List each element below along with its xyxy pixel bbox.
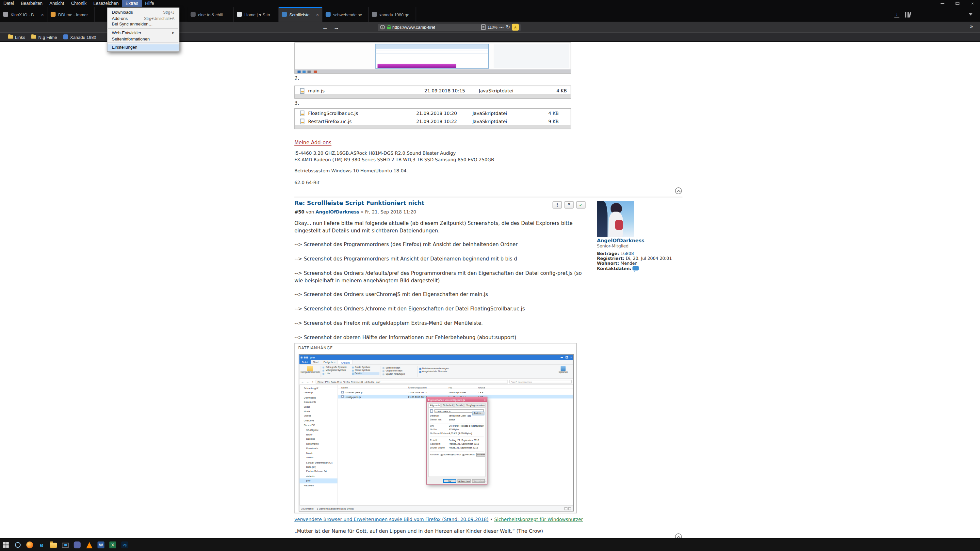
bookmark-star-icon[interactable]: ★ <box>512 24 519 31</box>
word-icon: W <box>97 541 104 548</box>
taskbar-word[interactable]: W <box>95 538 107 551</box>
taskbar-photoshop[interactable]: Ps <box>119 538 130 551</box>
file-icon <box>341 395 344 398</box>
taskbar-firefox[interactable] <box>24 538 36 551</box>
reader-mode-icon[interactable] <box>481 24 485 30</box>
list-all-tabs-icon[interactable] <box>969 13 972 16</box>
menuitem-sync[interactable]: Bei Sync anmelden… <box>108 21 179 27</box>
tree-item: Downloads <box>299 446 337 451</box>
tab-scrollleiste-active[interactable]: Scrollleiste ... × <box>278 7 323 22</box>
bookmark-links[interactable]: Links <box>5 32 28 42</box>
view-option: Gruppieren nach <box>382 370 415 373</box>
meine-addons-link[interactable]: Meine Add-ons <box>294 140 331 146</box>
back-button[interactable]: ← <box>321 23 329 31</box>
menu-extras[interactable]: Extras <box>122 0 142 7</box>
menuitem-downloads[interactable]: DownloadsStrg+J <box>108 9 179 15</box>
file-size: 4 KB <box>548 88 567 94</box>
explorer-window-buttons: × <box>561 356 572 359</box>
taskbar-edge[interactable]: e <box>36 538 48 551</box>
menuitem-web-entwickler[interactable]: Web-Entwickler▶ <box>108 30 179 36</box>
library-button[interactable] <box>905 11 910 17</box>
url-bar[interactable]: i https://www.camp-firef 110% ••• ↻ ★ <box>378 24 521 31</box>
post-number[interactable]: #50 <box>294 209 304 215</box>
taskbar-file-explorer[interactable] <box>48 538 59 551</box>
menuitem-addons[interactable]: Add-onsStrg+Umschalt+A <box>108 15 179 21</box>
taskbar-excel[interactable]: X <box>107 538 119 551</box>
tree-item: Lokaler Datenträger (C:) <box>299 460 337 465</box>
downloads-button[interactable]: ↓ <box>894 11 900 17</box>
reload-icon[interactable]: ↻ <box>506 24 510 30</box>
taskbar-media-player[interactable] <box>59 538 71 551</box>
accept-post-button[interactable]: ✓ <box>576 201 586 209</box>
menu-chronik[interactable]: Chronik <box>68 0 90 7</box>
cortana-icon <box>15 542 21 548</box>
security-concept-link[interactable]: Sicherheitskonzept für Windowsnutzer <box>494 516 583 522</box>
window-maximize-button[interactable] <box>950 0 965 7</box>
https-lock-icon[interactable] <box>387 27 390 29</box>
menu-hilfe[interactable]: Hilfe <box>142 0 158 7</box>
tab-schwebende[interactable]: schwebende sc... <box>323 7 369 22</box>
profile-username-link[interactable]: AngelOfDarkness <box>597 238 644 243</box>
menuitem-label: Downloads <box>112 10 133 14</box>
post-title-link[interactable]: Re: Scrollleiste Script Funktioniert nic… <box>294 199 424 206</box>
site-info-icon[interactable]: i <box>380 25 385 29</box>
toolbar-overflow-icon[interactable]: » <box>970 23 973 29</box>
tab-cineto[interactable]: cine.to & chill <box>188 7 234 22</box>
layout-option: Liste <box>323 372 350 375</box>
tab-kinox[interactable]: KinoX.IO - B... × <box>0 7 48 22</box>
bookmark-ng-filme[interactable]: N.g Filme <box>29 32 60 42</box>
ribbon-options: Optionen <box>555 366 571 373</box>
menu-bearbeiten[interactable]: Bearbeiten <box>18 0 46 7</box>
scroll-to-top-button[interactable] <box>675 187 682 194</box>
file-date: 21.09.2018 10:20 <box>416 111 457 116</box>
user-avatar[interactable] <box>597 201 634 237</box>
menu-datei[interactable]: Datei <box>0 0 18 7</box>
checkbox-icon <box>463 454 465 456</box>
bookmark-xanadu[interactable]: Xanadu 1980 <box>60 32 99 42</box>
quote-post-button[interactable]: ” <box>565 201 574 209</box>
tree-item: Desktop <box>299 437 337 441</box>
taskbar-vlc[interactable] <box>83 538 95 551</box>
dialog-row: Größe auf Datenträger:4,00 KB (4.096 Byt… <box>430 432 484 435</box>
folder-icon <box>8 35 13 38</box>
file-size: 4 KB <box>540 111 558 116</box>
ribbon-tab-start: Start <box>310 360 321 364</box>
posts-label: Beiträge: <box>597 251 619 256</box>
forward-icon: → <box>306 380 309 383</box>
cortana-button[interactable] <box>12 538 24 551</box>
window-close-button[interactable]: × <box>965 0 980 7</box>
attachment-image-explorer-screenshot[interactable]: pref × Datei Start Freigeben Ansicht Nav… <box>299 354 574 511</box>
js-file-icon <box>300 88 304 94</box>
post-footer-links: verwendete Browser und Erweiterungen sow… <box>294 516 583 522</box>
report-post-button[interactable]: ! <box>552 201 562 209</box>
tree-item: OneDrive <box>299 418 337 423</box>
menu-lesezeichen[interactable]: Lesezeichen <box>90 0 122 7</box>
page-actions-icon[interactable]: ••• <box>500 25 504 29</box>
menu-ansicht[interactable]: Ansicht <box>46 0 68 7</box>
forward-button[interactable]: → <box>332 23 341 31</box>
url-text[interactable]: https://www.camp-firef <box>392 25 436 29</box>
minimize-icon <box>940 3 944 4</box>
tab-sto[interactable]: Home | ♥ S.to <box>234 7 279 22</box>
tab-close-icon[interactable]: × <box>316 12 319 16</box>
post-author-link[interactable]: AngelOfDarkness <box>315 209 360 215</box>
private-message-icon[interactable] <box>632 266 639 271</box>
posts-count-link[interactable]: 16808 <box>620 251 634 256</box>
zoom-level-button[interactable]: 110% <box>488 25 498 29</box>
profile-details: Beiträge: 16808 Registriert: Di, 20. Jul… <box>597 252 682 272</box>
cropped-screenshot-attachment[interactable] <box>294 43 571 74</box>
tab-ddlme[interactable]: DDLme - Immer... <box>48 7 95 22</box>
change-button: Ändern... <box>472 411 484 415</box>
ribbon-show-hide-group: DateinamenerweiterungenAusgeblendete Ele… <box>420 367 463 374</box>
chevron-up-icon <box>676 190 680 193</box>
tab-xanadu[interactable]: xanadu.1980.ge... <box>369 7 416 22</box>
window-minimize-button[interactable] <box>935 0 950 7</box>
browser-list-link[interactable]: verwendete Browser und Erweiterungen sow… <box>294 516 488 522</box>
tab-close-icon[interactable]: × <box>41 12 44 16</box>
campfirefox-favicon <box>282 12 287 17</box>
menuitem-einstellungen[interactable]: Einstellungen <box>108 44 179 51</box>
menuitem-seiteninformationen[interactable]: Seiteninformationen <box>108 36 179 42</box>
dialog-buttons: OK Abbrechen Übernehmen <box>427 479 487 483</box>
start-button[interactable] <box>0 538 12 551</box>
taskbar-discord[interactable] <box>71 538 83 551</box>
